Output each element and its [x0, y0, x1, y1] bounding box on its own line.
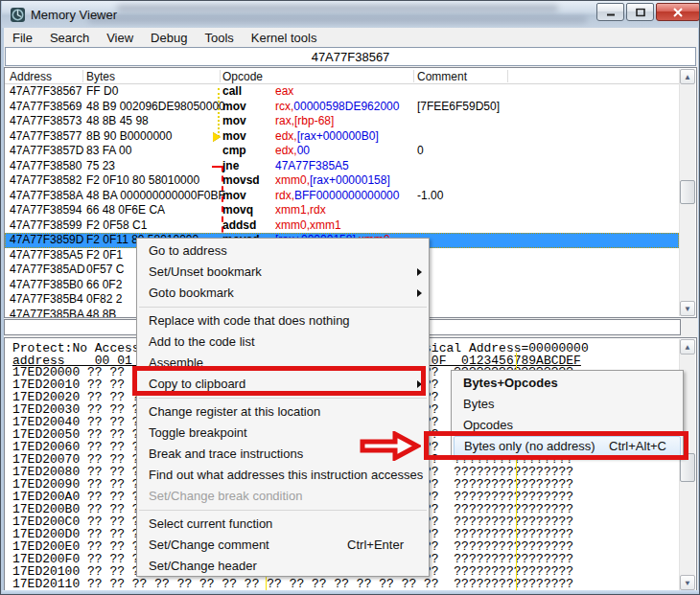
row-address: 47A77F385A5: [10, 248, 83, 263]
menu-item-select-current-function[interactable]: Select current function: [137, 514, 429, 535]
menu-item-add-to-the-code-list[interactable]: Add to the code list: [137, 332, 429, 353]
row-mnemonic: movq: [222, 203, 253, 218]
disassembler-scrollbar[interactable]: ▲ ▼: [679, 69, 695, 316]
row-address: 47A77F385B0: [10, 278, 83, 293]
row-address: 47A77F38599: [10, 218, 82, 234]
menubar-item-file[interactable]: File: [4, 29, 41, 47]
window-controls: [596, 3, 700, 21]
address-input[interactable]: 47A77F38567: [5, 47, 696, 66]
menu-item-set-unset-bookmark[interactable]: Set/Unset bookmark: [137, 262, 429, 283]
scroll-up-icon[interactable]: ▲: [680, 339, 695, 355]
row-address: 47A77F38582: [10, 173, 82, 189]
menu-item-label: Replace with code that does nothing: [149, 313, 350, 328]
menu-item-label: Select current function: [149, 516, 272, 531]
menubar-item-tools[interactable]: Tools: [196, 29, 242, 47]
menu-item-label: Set/Change header: [149, 559, 257, 573]
disassembly-row[interactable]: 47A77F38567FF D0calleax: [5, 84, 679, 100]
column-divider[interactable]: [507, 70, 508, 82]
menubar-item-search[interactable]: Search: [41, 29, 98, 47]
scroll-down-icon[interactable]: ▼: [680, 301, 695, 316]
row-address: 47A77F385B4: [10, 292, 83, 308]
disassembly-row[interactable]: 47A77F3859466 48 0F6E CAmovqxmm1,rdx: [5, 203, 679, 218]
maximize-button[interactable]: [626, 3, 654, 21]
menu-item-goto-bookmark[interactable]: Goto bookmark: [137, 283, 429, 304]
window-frame-bottom: [2, 590, 700, 594]
row-bytes: 0F57 C: [86, 263, 124, 278]
row-operands: rcx,00000598DE962000: [275, 100, 399, 115]
disassembly-row[interactable]: 47A77F3857D83 FA 00cmpedx,000: [5, 144, 679, 159]
row-mnemonic: jne: [222, 159, 239, 174]
memory-viewer-window: Memory Viewer FileSearchViewDebugToolsKe…: [0, 0, 700, 595]
menubar-item-kernel-tools[interactable]: Kernel tools: [243, 29, 326, 47]
menu-item-set-change-header[interactable]: Set/Change header: [137, 556, 429, 577]
disassembly-row[interactable]: 47A77F38599F2 0F58 C1addsdxmm0,xmm1: [5, 218, 679, 234]
menu-item-change-register-at-this-location[interactable]: Change register at this location: [137, 401, 429, 423]
menubar-item-debug[interactable]: Debug: [142, 29, 196, 47]
row-mnemonic: mov: [222, 114, 246, 129]
column-header-address[interactable]: Address: [10, 70, 52, 83]
menu-item-set-change-comment[interactable]: Set/Change commentCtrl+Enter: [137, 535, 429, 556]
row-operands: rdx,BFF0000000000000: [275, 189, 399, 204]
menu-item-shortcut: Ctrl+Enter: [347, 535, 404, 556]
disassembly-row[interactable]: 47A77F38582F2 0F10 80 58010000movsdxmm0,…: [5, 173, 679, 189]
menu-item-go-to-address[interactable]: Go to address: [137, 240, 429, 262]
column-header-comment[interactable]: Comment: [417, 70, 467, 83]
row-mnemonic: call: [222, 84, 242, 100]
hex-row[interactable]: 17ED20110 ?? ?? ?? ?? ?? ?? ?? ?? ?? ?? …: [12, 578, 573, 590]
row-operands: edx,[rax+000000B0]: [275, 129, 379, 145]
disassembly-row[interactable]: 47A77F385778B 90 B0000000movedx,[rax+000…: [5, 129, 679, 145]
column-header-opcode[interactable]: Opcode: [222, 70, 263, 83]
row-operands: xmm0,xmm1: [275, 218, 341, 234]
row-mnemonic: addsd: [222, 218, 256, 234]
scroll-down-icon[interactable]: ▼: [680, 575, 695, 590]
row-comment: 0: [417, 144, 424, 159]
disassembler-column-header: Address Bytes Opcode Comment: [5, 68, 679, 84]
row-bytes: FF D0: [86, 84, 118, 100]
row-mnemonic: movsd: [222, 173, 260, 189]
scrollbar-thumb[interactable]: [680, 180, 695, 204]
menubar-item-view[interactable]: View: [98, 29, 142, 47]
disassembly-row[interactable]: 47A77F3858075 23jne47A77F385A5: [5, 159, 679, 174]
column-divider[interactable]: [82, 70, 83, 82]
menu-separator: [139, 398, 427, 399]
menu-item-bytes-opcodes[interactable]: Bytes+Opcodes: [452, 373, 683, 394]
disassembly-row[interactable]: 47A77F3858A48 BA 000000000000F0BFmovrdx,…: [5, 189, 679, 204]
column-divider[interactable]: [413, 70, 414, 82]
glass-blur-decoration: [88, 16, 587, 23]
menu-item-bytes[interactable]: Bytes: [452, 394, 683, 415]
menu-item-label: Goto bookmark: [149, 286, 234, 300]
menu-separator: [139, 307, 427, 308]
app-icon: [10, 7, 26, 23]
column-divider[interactable]: [220, 70, 221, 82]
row-bytes: 48 B9 002096DE98050000: [86, 100, 225, 115]
menu-item-label: Opcodes: [463, 418, 513, 432]
row-bytes: 75 23: [86, 159, 115, 174]
menu-item-replace-with-code-that-does-nothing[interactable]: Replace with code that does nothing: [137, 310, 429, 332]
close-button[interactable]: [656, 3, 700, 21]
row-address: 47A77F385AD: [10, 263, 85, 278]
column-header-bytes[interactable]: Bytes: [86, 70, 115, 83]
minimize-button[interactable]: [596, 3, 624, 21]
menu-item-set-change-break-condition: Set/Change break condition: [137, 486, 429, 507]
row-bytes: F2 0F58 C1: [86, 218, 147, 234]
row-operands: xmm0,[rax+00000158]: [275, 173, 390, 189]
context-menu: Go to addressSet/Unset bookmarkGoto book…: [136, 238, 430, 577]
row-address: 47A77F38567: [10, 84, 82, 100]
title-bar[interactable]: Memory Viewer: [2, 1, 700, 28]
menu-item-label: Find out what addresses this instruction…: [149, 468, 423, 482]
menu-item-find-out-what-addresses-this-instruction-accesses[interactable]: Find out what addresses this instruction…: [137, 465, 429, 486]
row-bytes: 83 FA 00: [86, 144, 131, 159]
row-address: 47A77F385BA: [10, 308, 84, 318]
row-address: 47A77F38580: [10, 159, 82, 174]
row-operands: xmm1,rdx: [275, 203, 326, 218]
menu-bar: FileSearchViewDebugToolsKernel tools: [4, 29, 697, 47]
scroll-up-icon[interactable]: ▲: [680, 69, 695, 84]
row-address: 47A77F38569: [10, 100, 82, 115]
row-address: 47A77F3857D: [10, 144, 83, 159]
row-address: 47A77F3858A: [10, 189, 83, 204]
row-operands: 47A77F385A5: [275, 159, 349, 174]
row-mnemonic: cmp: [222, 144, 246, 159]
disassembly-row[interactable]: 47A77F3856948 B9 002096DE98050000movrcx,…: [5, 100, 679, 115]
disassembly-row[interactable]: 47A77F3857348 8B 45 98movrax,[rbp-68]: [5, 114, 679, 129]
row-address: 47A77F38577: [10, 129, 82, 145]
